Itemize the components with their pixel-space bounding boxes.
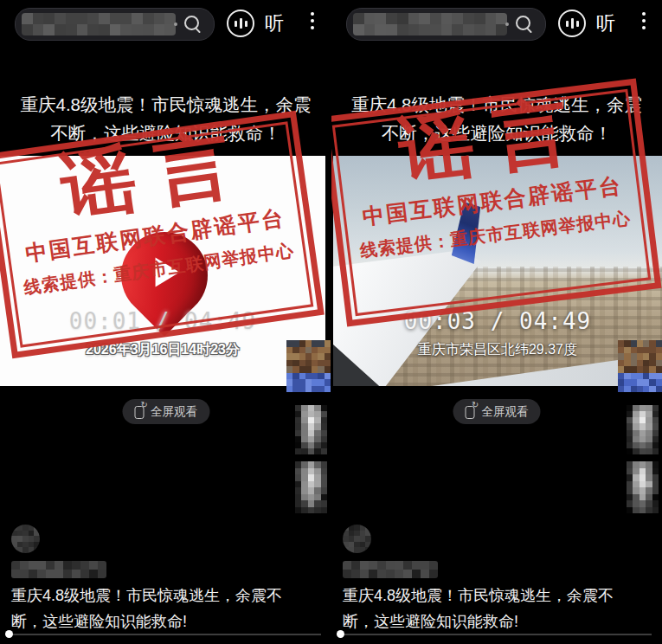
browser-toolbar: 听 <box>0 0 331 48</box>
rotate-phone-icon <box>466 405 476 419</box>
voice-read-icon[interactable] <box>558 10 586 37</box>
username-mosaic <box>11 561 106 578</box>
search-input[interactable] <box>346 8 546 41</box>
action-icon-mosaic[interactable] <box>295 405 327 454</box>
rumor-stamp: 谣言 中国互联网联合辟谣平台 线索提供：重庆市互联网举报中心 <box>0 111 325 358</box>
listen-button[interactable]: 听 <box>265 11 284 35</box>
fullscreen-button[interactable]: 全屏观看 <box>122 399 209 424</box>
search-text-mosaic <box>22 13 176 35</box>
video-caption: 重庆4.8级地震！市民惊魂逃生，余震不断，这些避险知识能救命! <box>343 583 618 634</box>
search-text-mosaic <box>353 13 507 35</box>
progress-bar[interactable] <box>12 634 321 635</box>
rotate-phone-icon <box>134 405 145 419</box>
action-icon-mosaic[interactable] <box>627 405 659 454</box>
uploader-avatar[interactable] <box>618 340 662 392</box>
uploader-avatar[interactable] <box>286 340 331 392</box>
kebab-menu-icon[interactable] <box>308 12 317 36</box>
panel-right: 听 重庆4.8级地震！市民惊魂逃生，余震不断，这些避险知识能救命！ 00:03 … <box>331 0 662 644</box>
progress-bar[interactable] <box>344 634 652 635</box>
listen-button[interactable]: 听 <box>596 11 615 35</box>
search-icon[interactable] <box>183 15 202 34</box>
rumor-stamp: 谣言 中国互联网联合辟谣平台 线索提供：重庆市互联网举报中心 <box>331 79 662 327</box>
stamp-rumor-text: 谣言 <box>375 92 593 190</box>
panel-left: 听 重庆4.8级地震！市民惊魂逃生，余震不断，这些避险知识能救命！ 00:01 … <box>0 0 331 644</box>
fullscreen-button[interactable]: 全屏观看 <box>453 399 541 424</box>
kebab-menu-icon[interactable] <box>640 12 648 36</box>
video-caption: 重庆4.8级地震！市民惊魂逃生，余震不断，这些避险知识能救命! <box>11 583 286 634</box>
account-avatar[interactable] <box>343 525 371 553</box>
voice-read-icon[interactable] <box>227 10 254 37</box>
action-icon-mosaic[interactable] <box>295 461 327 513</box>
account-avatar[interactable] <box>11 525 40 553</box>
screenshot-stage: 听 重庆4.8级地震！市民惊魂逃生，余震不断，这些避险知识能救命！ 00:01 … <box>0 0 662 644</box>
location-overlay: 重庆市荣昌区北纬29.37度 <box>333 341 662 359</box>
separator-dot <box>505 23 509 26</box>
username-mosaic <box>343 561 438 578</box>
browser-toolbar: 听 <box>331 0 662 48</box>
separator-dot <box>174 23 177 26</box>
progress-handle[interactable] <box>5 630 13 638</box>
fullscreen-label: 全屏观看 <box>482 404 529 420</box>
action-icon-mosaic[interactable] <box>627 461 659 513</box>
progress-handle[interactable] <box>337 630 344 638</box>
search-input[interactable] <box>15 8 215 41</box>
search-icon[interactable] <box>515 15 534 34</box>
fullscreen-label: 全屏观看 <box>151 404 197 420</box>
